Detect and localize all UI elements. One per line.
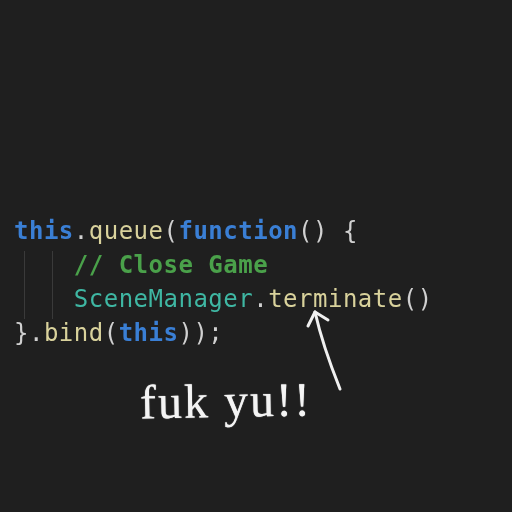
image-canvas: this.queue(function() { // Close Game Sc…: [0, 0, 512, 512]
code-line-1: this.queue(function() {: [14, 217, 358, 245]
handwritten-annotation: fuk yu!!: [140, 383, 313, 420]
tok-indent: [14, 251, 74, 279]
tok-bind: bind: [44, 319, 104, 347]
tok-terminate: terminate: [268, 285, 403, 313]
indent-guide: [52, 251, 53, 319]
code-line-4: }.bind(this));: [14, 319, 223, 347]
tok-dot: .: [74, 217, 89, 245]
tok-close-brace: }: [14, 319, 29, 347]
tok-queue: queue: [89, 217, 164, 245]
tok-paren: (): [298, 217, 328, 245]
tok-function: function: [178, 217, 298, 245]
tok-brace: {: [328, 217, 358, 245]
tok-indent: [14, 285, 74, 313]
tok-paren: (): [403, 285, 433, 313]
tok-comment: // Close Game: [74, 251, 268, 279]
tok-open: (: [164, 217, 179, 245]
tok-dot: .: [29, 319, 44, 347]
tok-dot: .: [253, 285, 268, 313]
code-line-3: SceneManager.terminate(): [14, 285, 433, 313]
tok-open: (: [104, 319, 119, 347]
tok-scenemanager: SceneManager: [74, 285, 253, 313]
tok-this: this: [14, 217, 74, 245]
tok-close: ));: [178, 319, 223, 347]
indent-guide: [24, 251, 25, 319]
tok-this: this: [119, 319, 179, 347]
code-block: this.queue(function() { // Close Game Sc…: [14, 180, 433, 384]
